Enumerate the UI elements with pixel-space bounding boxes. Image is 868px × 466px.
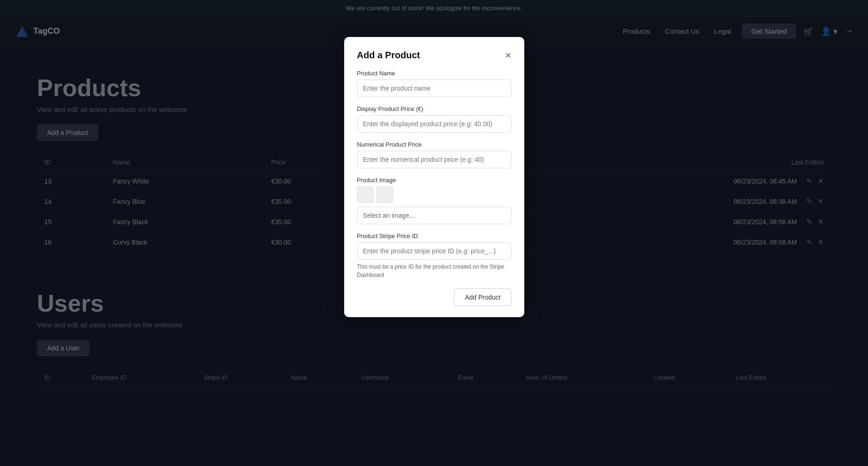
add-product-modal: Add a Product × Product Name Display Pro…: [344, 37, 524, 317]
display-price-group: Display Product Price (€): [357, 105, 511, 133]
image-thumb-1: [357, 186, 374, 203]
image-preview-area: [357, 186, 511, 203]
modal-overlay: Add a Product × Product Name Display Pro…: [0, 0, 868, 466]
product-name-input[interactable]: [357, 80, 511, 97]
modal-close-button[interactable]: ×: [505, 50, 511, 61]
stripe-price-input[interactable]: [357, 242, 511, 260]
product-name-group: Product Name: [357, 70, 511, 97]
select-image-button[interactable]: Select an image...: [357, 207, 511, 224]
stripe-price-label: Product Stripe Price ID: [357, 233, 511, 239]
numerical-price-input[interactable]: [357, 151, 511, 168]
numerical-price-label: Numerical Product Price: [357, 141, 511, 148]
modal-header: Add a Product ×: [357, 50, 511, 61]
product-image-label: Product Image: [357, 177, 511, 184]
product-image-group: Product Image Select an image...: [357, 177, 511, 224]
add-product-submit-button[interactable]: Add Product: [454, 288, 511, 306]
modal-title: Add a Product: [357, 50, 420, 61]
image-thumb-2: [376, 186, 393, 203]
product-name-label: Product Name: [357, 70, 511, 77]
display-price-label: Display Product Price (€): [357, 105, 511, 112]
stripe-hint: This must be a price ID for the product …: [357, 263, 511, 279]
numerical-price-group: Numerical Product Price: [357, 141, 511, 168]
display-price-input[interactable]: [357, 115, 511, 133]
stripe-price-group: Product Stripe Price ID This must be a p…: [357, 233, 511, 279]
modal-footer: Add Product: [357, 288, 511, 306]
